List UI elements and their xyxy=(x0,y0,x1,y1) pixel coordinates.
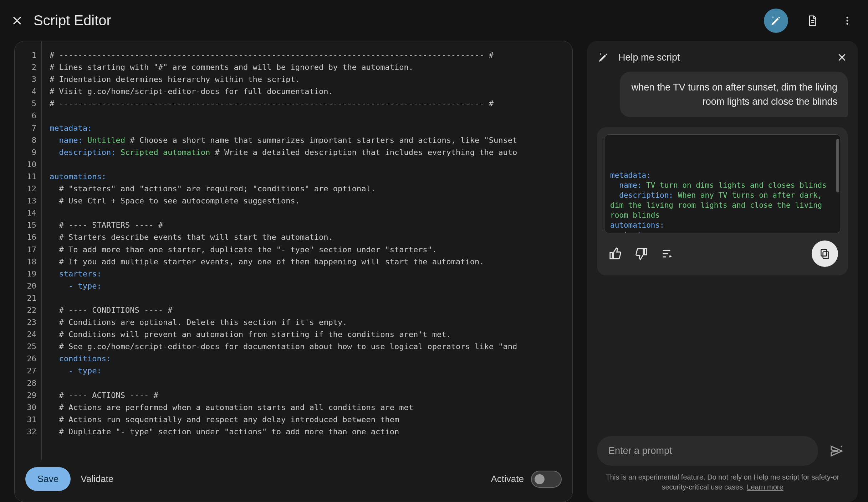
close-icon xyxy=(11,15,23,27)
close-button[interactable] xyxy=(10,14,24,28)
code-area[interactable]: 1234567891011121314151617181920212223242… xyxy=(15,41,572,460)
editor-footer: Save Validate Activate xyxy=(15,460,572,502)
code-editor-panel: 1234567891011121314151617181920212223242… xyxy=(14,41,573,502)
document-button[interactable] xyxy=(802,10,823,31)
thumbs-down-icon xyxy=(635,247,648,260)
edit-response-button[interactable] xyxy=(661,247,674,260)
help-close-button[interactable] xyxy=(837,52,847,63)
activate-toggle[interactable] xyxy=(531,471,562,488)
thumbs-down-button[interactable] xyxy=(635,247,648,260)
magic-pencil-icon xyxy=(598,52,609,63)
help-panel: Help me script when the TV turns on afte… xyxy=(587,41,858,502)
help-title: Help me script xyxy=(618,52,680,63)
svg-rect-3 xyxy=(823,252,829,259)
edit-lines-icon xyxy=(661,247,674,260)
code-content[interactable]: # --------------------------------------… xyxy=(42,41,572,460)
magic-script-button[interactable] xyxy=(764,9,788,33)
document-icon xyxy=(807,15,818,26)
prompt-input[interactable] xyxy=(597,436,818,466)
line-gutter: 1234567891011121314151617181920212223242… xyxy=(15,41,42,460)
learn-more-link[interactable]: Learn more xyxy=(747,483,783,491)
more-vert-icon xyxy=(842,15,853,26)
disclaimer-text: This is an experimental feature. Do not … xyxy=(606,473,839,491)
assistant-response-card: metadata: name: TV turn on dims lights a… xyxy=(597,127,848,275)
thumbs-up-icon xyxy=(608,247,622,260)
assistant-actions xyxy=(604,233,841,268)
page-title: Script Editor xyxy=(34,12,111,29)
svg-point-1 xyxy=(847,20,848,21)
send-icon xyxy=(829,444,844,458)
copy-icon xyxy=(819,248,831,259)
magic-pencil-icon xyxy=(770,15,782,27)
activate-label: Activate xyxy=(491,473,524,485)
send-button[interactable] xyxy=(825,440,848,462)
assistant-code-preview[interactable]: metadata: name: TV turn on dims lights a… xyxy=(604,134,841,233)
close-icon xyxy=(837,52,847,63)
app-header: Script Editor xyxy=(0,0,868,41)
prompt-row xyxy=(587,436,858,466)
svg-rect-4 xyxy=(821,249,827,256)
disclaimer: This is an experimental feature. Do not … xyxy=(587,466,858,493)
validate-button[interactable]: Validate xyxy=(81,473,113,485)
scrollbar-thumb[interactable] xyxy=(836,139,839,192)
copy-button[interactable] xyxy=(812,240,838,267)
thumbs-up-button[interactable] xyxy=(608,247,622,260)
user-message: when the TV turns on after sunset, dim t… xyxy=(620,72,848,117)
help-header: Help me script xyxy=(587,50,858,72)
svg-point-0 xyxy=(847,16,848,18)
more-button[interactable] xyxy=(837,10,858,31)
save-button[interactable]: Save xyxy=(25,467,71,491)
header-actions xyxy=(764,9,858,33)
svg-point-2 xyxy=(847,23,848,25)
